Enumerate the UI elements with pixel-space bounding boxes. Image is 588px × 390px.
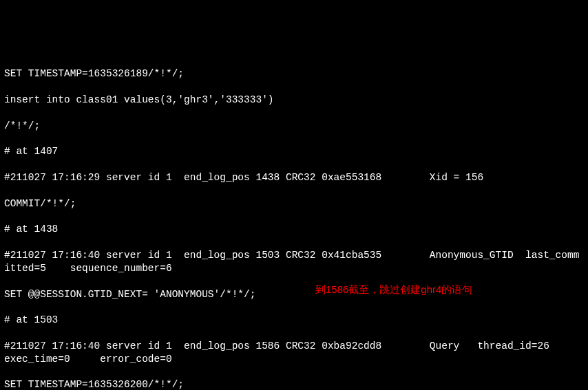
terminal-line: insert into class01 values(3,'ghr3','333… [4,94,584,107]
terminal-line: #211027 17:16:40 server id 1 end_log_pos… [4,249,584,275]
terminal-line: SET TIMESTAMP=1635326189/*!*/; [4,67,584,80]
annotation-text: 到1586截至，跳过创建ghr4的语句 [315,283,472,296]
terminal-line: # at 1503 [4,314,584,327]
terminal-line: # at 1438 [4,223,584,236]
terminal-line: SET @@SESSION.GTID_NEXT= 'ANONYMOUS'/*!*… [4,288,584,301]
terminal-line: SET TIMESTAMP=1635326200/*!*/; [4,378,584,390]
terminal-line: #211027 17:16:40 server id 1 end_log_pos… [4,340,584,366]
terminal-line: #211027 17:16:29 server id 1 end_log_pos… [4,171,584,184]
terminal-line: /*!*/; [4,120,584,133]
terminal-line: COMMIT/*!*/; [4,197,584,210]
terminal-line: # at 1407 [4,145,584,158]
